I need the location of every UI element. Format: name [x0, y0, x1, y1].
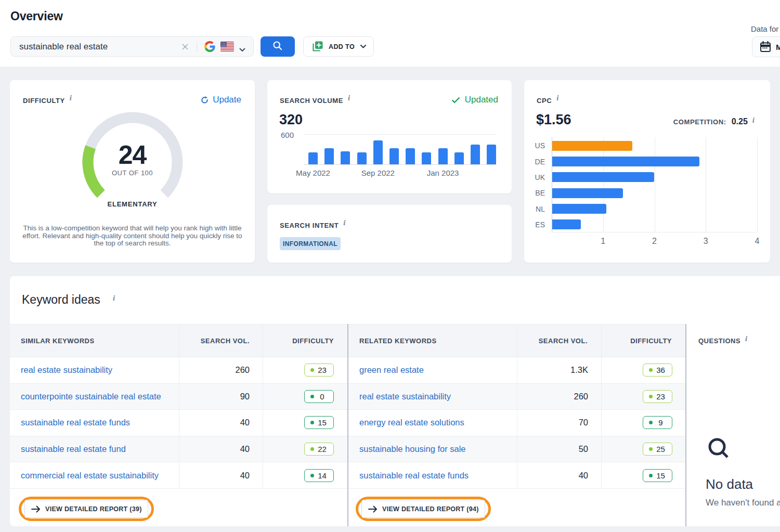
page-title: Overview: [10, 9, 63, 23]
column-header-volume: SEARCH VOL.: [179, 325, 250, 357]
column-header-questions: QUESTIONSi: [698, 324, 748, 357]
update-link[interactable]: Update: [201, 95, 241, 105]
difficulty-dot: [310, 395, 314, 398]
difficulty-cell: 15: [601, 462, 672, 488]
search-button[interactable]: [261, 36, 295, 57]
keyword-link[interactable]: sustainable real estate fund: [21, 436, 126, 462]
country-label: ES: [524, 220, 545, 229]
column-header-keywords: SIMILAR KEYWORDS: [21, 325, 95, 357]
keyword-link[interactable]: sustainable real estate funds: [359, 462, 469, 488]
info-icon[interactable]: i: [343, 218, 345, 227]
calendar-icon: [760, 41, 771, 53]
data-for-label: Data for: [751, 24, 778, 33]
cpc-bar: [552, 219, 581, 229]
keyword-ideas-header: Keyword ideas i: [10, 276, 780, 324]
volume-bar: [341, 151, 350, 164]
volume-bar: [324, 148, 334, 164]
volume-bar: [357, 152, 367, 164]
intent-badge: INFORMATIONAL: [280, 237, 341, 250]
keyword-link[interactable]: real estate sustainability: [21, 357, 112, 383]
clear-search-icon[interactable]: [180, 42, 190, 51]
google-icon: [204, 41, 215, 52]
info-icon[interactable]: i: [70, 94, 72, 102]
arrow-right-icon: [31, 505, 41, 513]
volume-bar: [308, 152, 318, 164]
difficulty-badge: 15: [643, 469, 672, 482]
difficulty-cell: 14: [263, 462, 334, 488]
add-to-list-icon: [311, 40, 324, 53]
difficulty-dot: [649, 395, 653, 398]
keyword-link[interactable]: real estate sustainability: [359, 384, 451, 410]
difficulty-badge: 36: [643, 364, 672, 377]
search-volume-cell: 260: [179, 357, 250, 383]
country-label: BE: [524, 189, 545, 197]
difficulty-number: 9: [653, 418, 669, 427]
search-volume-chart: 600 May 2022Sep 2022Jan 2023: [267, 80, 512, 193]
keyword-link[interactable]: sustainable real estate funds: [21, 410, 130, 436]
x-tick-label: 2: [652, 237, 657, 246]
gridline: [603, 137, 604, 232]
gridline: [757, 137, 758, 232]
x-tick-label: Jan 2023: [427, 168, 459, 177]
difficulty-card-label: DIFFICULTY: [23, 97, 65, 105]
add-to-button[interactable]: ADD TO: [303, 36, 374, 57]
us-flag-icon: [220, 42, 234, 51]
column-separator: [179, 324, 179, 489]
search-intent-card: SEARCH INTENTi INFORMATIONAL: [267, 205, 512, 263]
date-button-label: May 2023: [776, 43, 780, 51]
difficulty-dot: [649, 421, 653, 424]
search-volume-cell: 40: [179, 436, 250, 462]
cpc-card: CPCi $1.56 COMPETITION: 0.25 i 1234USDEU…: [524, 80, 770, 263]
column-separator: [517, 324, 517, 489]
gridline: [706, 137, 706, 232]
info-icon[interactable]: i: [745, 334, 748, 343]
cpc-bar: [552, 204, 606, 214]
chevron-down-icon[interactable]: [239, 45, 245, 49]
search-volume-cell: 40: [179, 410, 250, 436]
difficulty-number: 25: [653, 445, 669, 453]
info-icon[interactable]: i: [113, 294, 115, 303]
difficulty-number: 22: [314, 445, 330, 453]
add-to-label: ADD TO: [329, 43, 355, 50]
column-separator: [601, 324, 602, 489]
volume-bar: [438, 148, 448, 164]
keyword-link[interactable]: commercial real estate sustainability: [21, 462, 159, 488]
cpc-bar: [552, 188, 623, 198]
view-detailed-report-button-similar[interactable]: VIEW DETAILED REPORT (39): [24, 500, 148, 518]
volume-bar: [487, 145, 496, 164]
difficulty-cell: 15: [263, 410, 334, 436]
difficulty-dot: [649, 368, 653, 372]
difficulty-cell: 22: [263, 436, 334, 462]
difficulty-card: DIFFICULTYi Update 24 OUT OF 100 ELEMENT…: [10, 80, 255, 263]
volume-bar: [454, 152, 464, 164]
x-tick-label: May 2022: [296, 168, 330, 177]
keyword-link[interactable]: green real estate: [359, 357, 424, 383]
keyword-link[interactable]: sustainable housing for sale: [359, 436, 466, 462]
difficulty-badge: 25: [643, 443, 672, 456]
search-input[interactable]: [11, 42, 180, 52]
difficulty-cell: 9: [601, 410, 672, 436]
date-picker-button[interactable]: May 2023: [752, 36, 780, 57]
difficulty-badge: 23: [643, 390, 672, 403]
country-label: NL: [524, 205, 545, 213]
no-data-text: We haven't found any questions: [706, 498, 780, 508]
difficulty-dot: [310, 447, 314, 451]
search-volume-cell: 40: [517, 462, 588, 488]
volume-bar: [406, 148, 415, 164]
difficulty-number: 23: [653, 392, 669, 401]
volume-bar: [422, 152, 431, 164]
keyword-link[interactable]: energy real estate solutions: [359, 410, 464, 436]
country-label: US: [524, 141, 545, 150]
column-header-difficulty: DIFFICULTY: [601, 325, 672, 357]
keyword-link[interactable]: counterpointe sustainable real estate: [21, 384, 161, 410]
search-icon: [272, 41, 283, 53]
difficulty-badge: 15: [304, 416, 334, 429]
cpc-chart: 1234USDEUKBENLES: [524, 80, 770, 263]
column-header-keywords: RELATED KEYWORDS: [359, 325, 437, 357]
search-field[interactable]: [10, 36, 254, 57]
view-detailed-report-button-related[interactable]: VIEW DETAILED REPORT (94): [361, 500, 485, 518]
x-axis: [304, 164, 496, 165]
column-header-difficulty: DIFFICULTY: [263, 325, 334, 357]
keyword-ideas-panel: Keyword ideas i SIMILAR KEYWORDS SEARCH …: [10, 276, 780, 526]
difficulty-dot: [310, 421, 314, 424]
